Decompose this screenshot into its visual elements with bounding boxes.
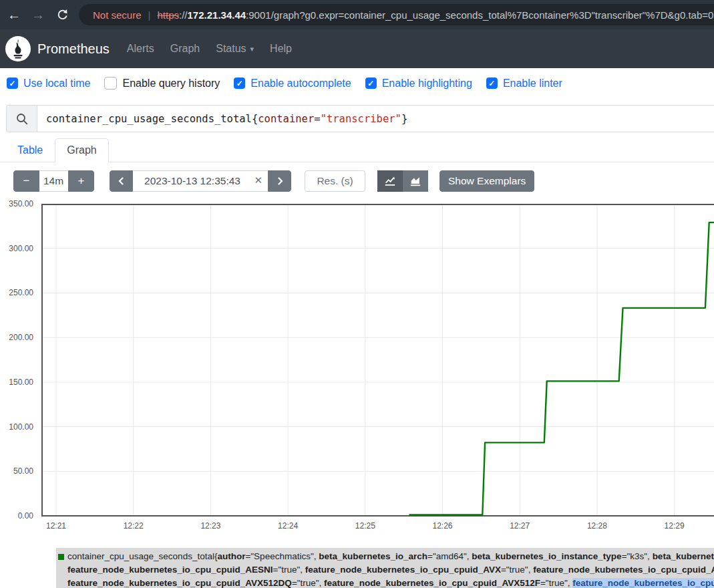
- checkbox-enable-linter[interactable]: ✓ Enable linter: [486, 78, 562, 90]
- search-icon: [16, 113, 28, 125]
- checkbox-enable-query-history[interactable]: ✓ Enable query history: [104, 77, 220, 90]
- previous-time-button[interactable]: [110, 170, 133, 192]
- prometheus-logo-icon: [5, 36, 31, 61]
- checkbox-box: ✓: [486, 78, 498, 89]
- x-axis-tick: 12:27: [500, 521, 540, 531]
- area-chart-icon: [409, 175, 421, 187]
- brand-title[interactable]: Prometheus: [37, 41, 110, 57]
- tab-graph[interactable]: Graph: [55, 138, 108, 162]
- x-axis-tick: 12:22: [114, 521, 154, 531]
- legend-text-line: container_cpu_usage_seconds_total{author…: [67, 550, 714, 563]
- url-host: 172.21.34.44: [188, 9, 246, 21]
- check-icon: ✓: [367, 80, 374, 88]
- url-path: :9001/graph?g0.expr=container_cpu_usage_…: [246, 9, 714, 21]
- check-icon: ✓: [9, 80, 15, 88]
- resolution-input[interactable]: [305, 170, 365, 192]
- y-axis-tick: 300.00: [9, 244, 33, 253]
- nav-item-graph[interactable]: Graph: [162, 43, 208, 55]
- reload-icon: [56, 9, 69, 21]
- browser-forward-button[interactable]: →: [28, 5, 48, 25]
- prometheus-navbar: Prometheus Alerts Graph Status▾ Help: [0, 29, 714, 68]
- checkbox-use-local-time[interactable]: ✓ Use local time: [7, 78, 90, 90]
- checkbox-box: ✓: [7, 78, 18, 89]
- y-axis-tick: 150.00: [9, 378, 33, 387]
- time-control: ✕: [110, 170, 291, 192]
- check-icon: ✓: [488, 80, 495, 88]
- page-url: https://172.21.34.44:9001/graph?g0.expr=…: [157, 9, 714, 21]
- x-axis-tick: 12:25: [345, 521, 385, 531]
- graph-controls-toolbar: − + ✕: [13, 170, 534, 192]
- clear-time-icon[interactable]: ✕: [254, 175, 262, 185]
- expression-input-group: container_cpu_usage_seconds_total{contai…: [6, 105, 714, 132]
- browser-toolbar: ← → Not secure | https://172.21.34.44:90…: [0, 0, 714, 29]
- chevron-right-icon: [276, 177, 284, 185]
- y-axis-tick: 250.00: [9, 288, 33, 297]
- search-addon: [7, 106, 37, 132]
- checkbox-box: ✓: [234, 78, 245, 89]
- x-axis-tick: 12:26: [423, 521, 463, 531]
- cpu-usage-line-chart: [41, 204, 714, 517]
- chevron-down-icon: ▾: [250, 45, 254, 53]
- checkbox-box: ✓: [104, 77, 117, 90]
- panel-tabs: Table Graph: [0, 137, 714, 162]
- line-chart-toggle-button[interactable]: [377, 170, 403, 192]
- x-axis-labels: 12:2112:2212:2312:2412:2512:2612:2712:28…: [41, 521, 714, 532]
- tab-table[interactable]: Table: [5, 138, 55, 162]
- y-axis-tick: 0.00: [18, 511, 33, 521]
- address-bar[interactable]: Not secure | https://172.21.34.44:9001/g…: [79, 4, 714, 25]
- x-axis-tick: 12:28: [577, 521, 617, 531]
- checkbox-box: ✓: [365, 78, 377, 89]
- next-time-button[interactable]: [268, 170, 291, 192]
- query-options-row: ✓ Use local time ✓ Enable query history …: [7, 77, 562, 90]
- y-axis-labels: 0.0050.00100.00150.00200.00250.00300.003…: [0, 204, 37, 517]
- y-axis-tick: 350.00: [9, 199, 33, 208]
- url-scheme: https: [157, 9, 179, 21]
- datetime-wrapper: ✕: [133, 170, 268, 192]
- range-input[interactable]: [39, 170, 68, 192]
- graph-plot-area[interactable]: [41, 204, 714, 517]
- url-separator: |: [148, 9, 151, 21]
- line-chart-icon: [384, 175, 396, 187]
- legend-text-line: feature_node_kubernetes_io_cpu_cpuid_AES…: [67, 563, 714, 577]
- legend-text-line: feature_node_kubernetes_io_cpu_cpuid_AVX…: [67, 577, 714, 588]
- decrease-range-button[interactable]: −: [13, 170, 39, 192]
- x-axis-tick: 12:24: [268, 521, 308, 531]
- browser-reload-button[interactable]: [52, 5, 72, 25]
- y-axis-tick: 100.00: [9, 422, 33, 432]
- chart-type-toggle: [377, 170, 428, 192]
- legend-item[interactable]: container_cpu_usage_seconds_total{author…: [56, 548, 714, 588]
- x-axis-tick: 12:23: [190, 521, 230, 531]
- checkbox-enable-autocomplete[interactable]: ✓ Enable autocomplete: [234, 78, 351, 90]
- x-axis-tick: 12:21: [41, 521, 76, 531]
- show-exemplars-button[interactable]: Show Exemplars: [439, 170, 534, 192]
- nav-item-alerts[interactable]: Alerts: [119, 43, 162, 55]
- chevron-left-icon: [118, 177, 126, 185]
- expression-input[interactable]: container_cpu_usage_seconds_total{contai…: [37, 106, 714, 132]
- stacked-chart-toggle-button[interactable]: [403, 170, 428, 192]
- x-axis-tick: 12:29: [655, 521, 695, 531]
- not-secure-label: Not secure: [93, 9, 142, 21]
- increase-range-button[interactable]: +: [68, 170, 94, 192]
- y-axis-tick: 50.00: [13, 466, 33, 476]
- nav-item-help[interactable]: Help: [262, 43, 300, 55]
- duration-control: − +: [13, 170, 94, 192]
- check-icon: ✓: [236, 80, 243, 88]
- nav-item-status[interactable]: Status▾: [208, 43, 262, 55]
- y-axis-tick: 200.00: [9, 333, 33, 342]
- series-color-swatch: [58, 554, 64, 560]
- checkbox-enable-highlighting[interactable]: ✓ Enable highlighting: [365, 78, 472, 90]
- browser-back-button[interactable]: ←: [4, 5, 24, 25]
- datetime-input[interactable]: [133, 170, 268, 192]
